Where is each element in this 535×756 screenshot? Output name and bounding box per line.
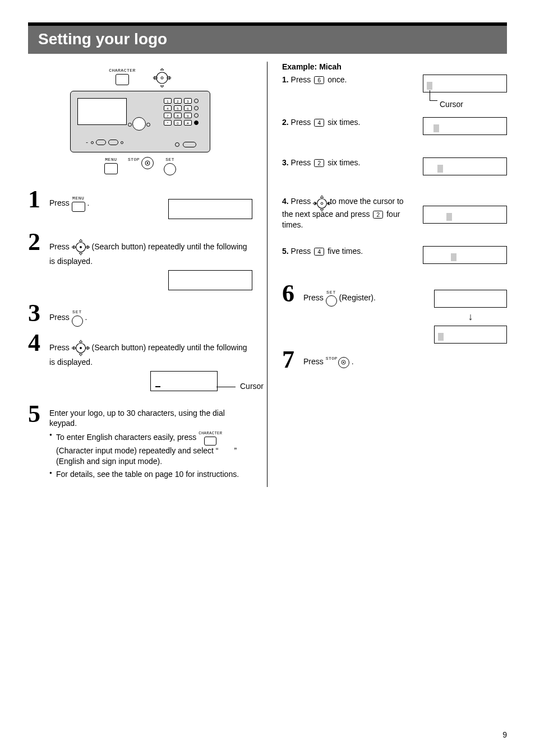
step6-b: (Register). xyxy=(339,293,376,302)
s5-pre: 5. xyxy=(282,247,289,256)
device-label-character: CHARACTER xyxy=(109,68,136,74)
numkey-2-icon: 2 xyxy=(314,159,324,167)
step7-period: . xyxy=(352,357,354,366)
content-columns: CHARACTER xyxy=(28,62,507,487)
page-title: Setting your logo xyxy=(28,26,507,54)
step5-bullet1: To enter English characters easily, pres… xyxy=(49,431,252,466)
set-key-icon: SET xyxy=(326,290,337,307)
step6-display-bottom xyxy=(434,326,507,344)
stop-key-label: STOP xyxy=(326,356,338,362)
step1-period: . xyxy=(87,198,90,207)
s2-b: six times. xyxy=(328,118,360,127)
set-button-icon xyxy=(164,163,176,175)
step4-text-a: Press xyxy=(49,342,70,351)
step-number: 2 xyxy=(28,231,45,252)
title-bar: Setting your logo xyxy=(28,22,507,54)
cursor-label: Cursor xyxy=(240,381,264,392)
step-number: 4 xyxy=(28,332,45,353)
device-bottom-row: - xyxy=(85,139,123,147)
example-sub4: 4. Press to move the cursor to the next xyxy=(282,194,507,230)
device-label-stop: STOP xyxy=(128,157,140,163)
step-6: 6 Press SET (Register). ↓ xyxy=(282,283,507,344)
device-keypad: 123 456 789 *0# xyxy=(164,98,199,127)
svg-point-19 xyxy=(343,362,344,363)
stop-button-icon xyxy=(141,157,154,169)
bullet1-text-b: (Character input mode) repeatedly and se… xyxy=(56,446,237,466)
step-5: 5 Enter your logo, up to 30 characters, … xyxy=(28,403,252,482)
step-number: 3 xyxy=(28,303,45,323)
step-7: 7 Press STOP . xyxy=(282,349,507,370)
s5-a: Press xyxy=(291,247,311,256)
svg-point-1 xyxy=(161,77,163,79)
step-4: 4 Press (Search button) repeatedl xyxy=(28,332,252,398)
s5-b: five times. xyxy=(328,247,363,256)
example-sub2: 2. Press 4 six times. xyxy=(282,117,507,135)
character-button-icon xyxy=(116,74,129,85)
step-number: 6 xyxy=(282,283,299,304)
s3-a: Press xyxy=(291,158,311,167)
character-key-label: CHARACTER xyxy=(199,431,222,436)
numkey-2-icon: 2 xyxy=(373,211,383,219)
search-pad-icon xyxy=(153,68,172,87)
s3-b: six times. xyxy=(328,158,360,167)
step2-text-a: Press xyxy=(49,242,70,251)
set-key-icon: SET xyxy=(72,309,83,327)
s1-display xyxy=(423,75,507,92)
s4-pre: 4. xyxy=(282,197,289,206)
svg-point-11 xyxy=(80,347,82,349)
s4-display xyxy=(423,206,507,224)
s1-b: once. xyxy=(328,75,347,84)
set-key-label: SET xyxy=(72,309,82,316)
s4-a: Press xyxy=(291,197,311,206)
s1-a: Press xyxy=(291,75,311,84)
menu-key-label: MENU xyxy=(72,196,84,202)
step-number: 1 xyxy=(28,189,45,210)
svg-point-0 xyxy=(156,72,168,84)
step3-period: . xyxy=(85,313,87,322)
set-key-label: SET xyxy=(326,290,336,296)
example-sub3: 3. Press 2 six times. xyxy=(282,157,507,175)
cursor-label: Cursor xyxy=(440,100,463,109)
page-number: 9 xyxy=(502,730,507,739)
example-sub5: 5. Press 4 five times. xyxy=(282,246,507,264)
character-key-icon: CHARACTER xyxy=(199,431,222,445)
step1-press: Press xyxy=(49,198,70,207)
svg-point-15 xyxy=(321,202,323,205)
svg-point-14 xyxy=(317,198,327,208)
s1-pre: 1. xyxy=(282,75,289,84)
menu-button-icon xyxy=(104,163,118,174)
step5-line1: Enter your logo, up to 30 characters, us… xyxy=(49,409,225,428)
device-label-set: SET xyxy=(164,157,176,163)
step5-bullet2: For details, see the table on page 10 fo… xyxy=(49,469,252,480)
search-button-icon xyxy=(72,238,90,256)
s3-display xyxy=(423,157,507,175)
s3-pre: 3. xyxy=(282,158,289,167)
s2-a: Press xyxy=(291,118,311,127)
stop-key-icon: STOP xyxy=(326,356,349,368)
step-2: 2 Press (Search button) repeatedl xyxy=(28,231,252,297)
left-column: CHARACTER xyxy=(28,62,268,487)
s5-display xyxy=(423,246,507,264)
device-label-menu: MENU xyxy=(104,157,118,163)
svg-point-17 xyxy=(328,202,330,205)
device-diagram: CHARACTER xyxy=(70,62,210,178)
svg-point-7 xyxy=(80,246,82,248)
step-number: 5 xyxy=(28,403,45,424)
step4-display xyxy=(150,371,218,391)
menu-key-icon: MENU xyxy=(72,196,85,212)
s2-pre: 2. xyxy=(282,118,289,127)
numkey-6-icon: 6 xyxy=(314,76,324,84)
device-lcd xyxy=(77,98,127,125)
numkey-4-icon: 4 xyxy=(314,248,324,256)
step7-press: Press xyxy=(303,357,324,366)
search-button-icon xyxy=(313,194,328,209)
step3-press: Press xyxy=(49,313,70,322)
step-1: 1 Press MENU . xyxy=(28,189,252,226)
example-sub1: 1. Press 6 once. Cursor xyxy=(282,75,507,92)
step-number: 7 xyxy=(282,349,299,370)
step2-display xyxy=(168,270,252,290)
numkey-4-icon: 4 xyxy=(314,119,324,127)
step-3: 3 Press SET . xyxy=(28,303,252,327)
svg-point-5 xyxy=(147,163,149,164)
s2-display xyxy=(423,117,507,135)
